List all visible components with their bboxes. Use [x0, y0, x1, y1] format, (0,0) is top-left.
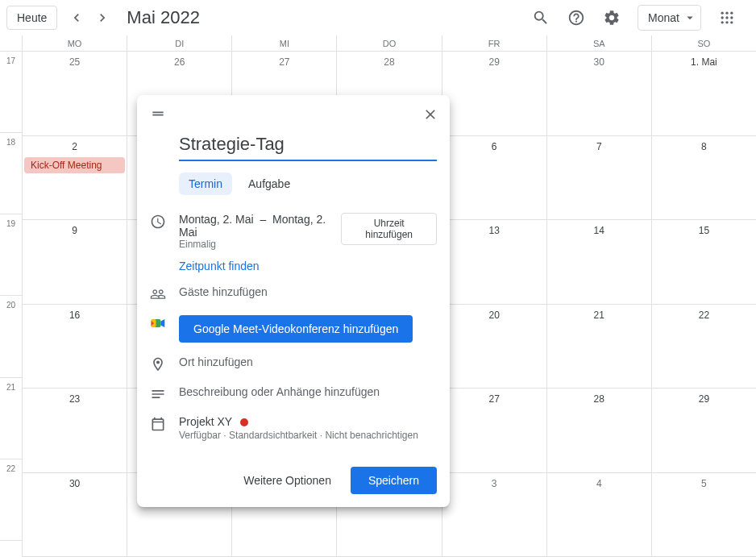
day-cell[interactable]: 5 [652, 473, 756, 557]
day-cell[interactable]: 25 [23, 52, 127, 135]
drag-handle-icon[interactable] [150, 106, 166, 124]
tab-task[interactable]: Aufgabe [239, 173, 300, 195]
day-cell[interactable]: 22 [652, 305, 756, 389]
today-button[interactable]: Heute [6, 6, 57, 30]
day-cell[interactable]: 8 [652, 136, 756, 220]
calendar-selector[interactable]: Projekt XY Verfügbar · Standardsichtbark… [179, 415, 437, 441]
day-cell[interactable]: 15 [652, 220, 756, 304]
day-cell[interactable]: 28 [547, 389, 652, 472]
day-number: 29 [442, 52, 546, 68]
day-cell[interactable]: 16 [23, 305, 127, 389]
google-apps-button[interactable] [711, 2, 743, 34]
date-start[interactable]: Montag, 2. Mai [179, 213, 254, 226]
dropdown-icon [683, 10, 697, 25]
day-number: 30 [23, 473, 127, 489]
location-icon [150, 356, 166, 372]
day-cell[interactable]: 1. Mai [652, 52, 756, 135]
day-number: 20 [442, 305, 546, 321]
day-number: 6 [442, 136, 546, 152]
event-chip[interactable]: Kick-Off Meeting [24, 157, 125, 173]
profile-avatar[interactable] [746, 2, 756, 34]
save-button[interactable]: Speichern [351, 467, 437, 494]
day-cell[interactable]: 14 [547, 220, 652, 304]
day-cell[interactable]: 6 [442, 136, 547, 220]
day-number: 29 [652, 389, 756, 405]
day-number: 8 [652, 136, 756, 152]
add-guests-field[interactable]: Gäste hinzufügen [179, 285, 437, 298]
day-cell[interactable]: 13 [442, 220, 547, 304]
day-number: 21 [547, 305, 651, 321]
weekday-header: FR [442, 35, 547, 51]
search-button[interactable] [525, 2, 557, 34]
clock-icon [150, 214, 166, 230]
day-number: 1. Mai [652, 52, 756, 68]
svg-point-8 [730, 21, 733, 23]
week-number: 22 [0, 459, 22, 541]
day-number: 28 [547, 389, 651, 405]
view-switcher[interactable]: Monat [638, 5, 701, 31]
event-title-input[interactable] [179, 131, 437, 161]
day-cell[interactable]: 3 [442, 473, 547, 557]
day-number: 15 [652, 220, 756, 236]
recurrence-label[interactable]: Einmalig [179, 239, 341, 250]
day-cell[interactable]: 21 [547, 305, 652, 389]
weekday-header: MO [23, 35, 127, 51]
prev-month-button[interactable] [64, 5, 89, 31]
find-time-link[interactable]: Zeitpunkt finden [179, 260, 437, 272]
calendar-icon [150, 416, 166, 432]
svg-point-5 [730, 16, 733, 19]
next-month-button[interactable] [89, 5, 115, 31]
help-button[interactable] [560, 2, 592, 34]
description-icon [150, 386, 166, 402]
svg-point-2 [730, 12, 733, 15]
day-cell[interactable]: 29 [652, 389, 756, 472]
help-icon [567, 9, 585, 27]
people-icon [150, 286, 166, 302]
settings-button[interactable] [596, 2, 628, 34]
weekday-header: DO [337, 35, 442, 51]
day-number: 26 [127, 52, 231, 68]
search-icon [532, 9, 550, 27]
svg-point-1 [725, 12, 728, 15]
day-number: 23 [23, 389, 127, 405]
day-number: 27 [442, 389, 546, 405]
chevron-left-icon [69, 10, 85, 26]
day-cell[interactable]: 2Kick-Off Meeting [23, 136, 127, 220]
day-number: 5 [652, 473, 756, 489]
day-cell[interactable]: 30 [547, 52, 652, 135]
day-number: 9 [23, 220, 127, 236]
svg-point-6 [721, 21, 724, 23]
day-cell[interactable]: 7 [547, 136, 652, 220]
week-number-column: 171819202122 [0, 35, 23, 557]
day-cell[interactable]: 20 [442, 305, 547, 389]
tab-event[interactable]: Termin [179, 173, 232, 195]
day-number: 22 [652, 305, 756, 321]
view-label: Monat [648, 11, 679, 24]
day-cell[interactable]: 27 [442, 389, 547, 472]
svg-point-4 [725, 16, 728, 19]
day-number: 28 [337, 52, 441, 68]
day-number: 4 [547, 473, 651, 489]
gear-icon [603, 9, 621, 27]
close-button[interactable] [417, 102, 443, 127]
google-meet-icon [150, 315, 166, 331]
add-meet-button[interactable]: Google Meet-Videokonferenz hinzufügen [179, 315, 413, 343]
day-cell[interactable]: 23 [23, 389, 127, 472]
svg-point-0 [721, 12, 724, 15]
day-cell[interactable]: 30 [23, 473, 127, 557]
day-cell[interactable]: 9 [23, 220, 127, 304]
calendar-meta: Verfügbar · Standardsichtbarkeit · Nicht… [179, 430, 437, 441]
add-description-field[interactable]: Beschreibung oder Anhänge hinzufügen [179, 385, 437, 398]
add-time-button[interactable]: Uhrzeit hinzufügen [341, 213, 437, 245]
header-actions: Monat [525, 2, 756, 34]
more-options-button[interactable]: Weitere Optionen [234, 468, 341, 493]
day-cell[interactable]: 4 [547, 473, 652, 557]
apps-grid-icon [719, 10, 735, 26]
chevron-right-icon [94, 10, 110, 26]
week-number: 20 [0, 296, 22, 377]
svg-point-7 [725, 21, 728, 23]
svg-point-3 [721, 16, 724, 19]
add-location-field[interactable]: Ort hinzufügen [179, 355, 437, 368]
weekday-header: DI [127, 35, 232, 51]
day-cell[interactable]: 29 [442, 52, 547, 135]
